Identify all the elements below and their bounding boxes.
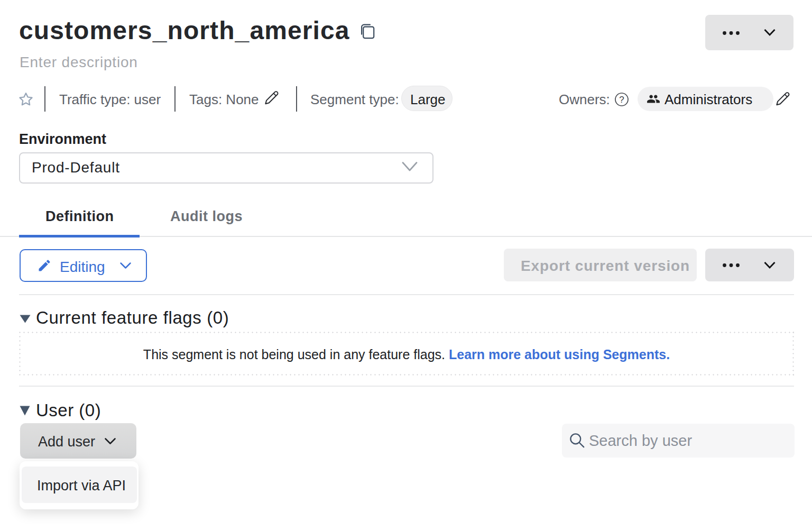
svg-text:?: ? — [619, 95, 624, 105]
